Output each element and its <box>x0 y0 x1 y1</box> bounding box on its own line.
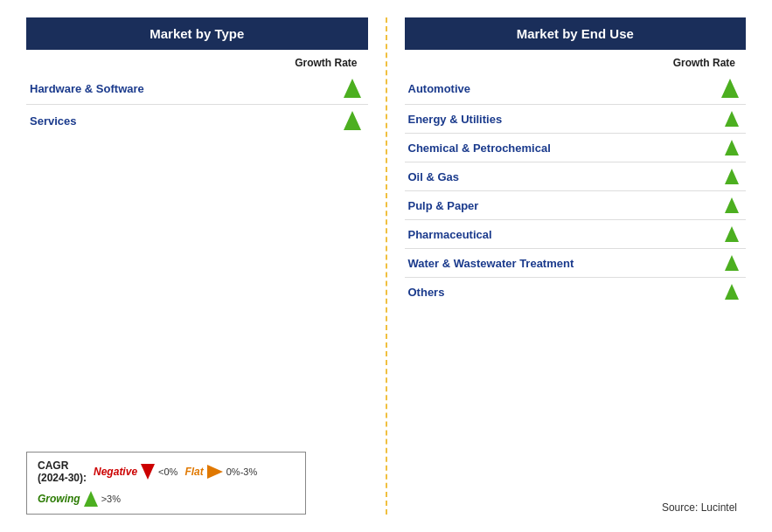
legend-flat-label: Flat <box>184 466 203 478</box>
arrow-up-hardware-icon <box>344 79 361 98</box>
right-item-chemical: Chemical & Petrochemical <box>405 133 747 162</box>
legend-wrapper: CAGR (2024-30): Negative <0% Flat 0%-3% … <box>26 434 368 515</box>
left-panel: Market by Type Growth Rate Hardware & So… <box>17 17 377 515</box>
right-item-label-oilgas: Oil & Gas <box>408 170 460 183</box>
legend-negative-sub: <0% <box>158 466 177 477</box>
right-item-label-pulp: Pulp & Paper <box>408 199 479 212</box>
right-item-automotive: Automotive <box>405 73 747 104</box>
arrow-up-oilgas-icon <box>725 169 739 184</box>
legend-negative-label: Negative <box>94 466 137 478</box>
left-item-label-services: Services <box>30 114 77 128</box>
right-item-label-chemical: Chemical & Petrochemical <box>408 142 551 155</box>
right-item-label-water: Water & Wastewater Treatment <box>408 257 574 270</box>
arrow-up-energy-icon <box>725 111 739 127</box>
arrow-up-chemical-icon <box>725 140 739 155</box>
legend-flat-sub: 0%-3% <box>226 466 257 477</box>
right-item-energy: Energy & Utilities <box>405 104 747 133</box>
arrow-up-automotive-icon <box>721 79 739 98</box>
legend-title-years: (2024-30): <box>38 472 87 484</box>
arrow-up-services-icon <box>344 111 361 130</box>
legend-growing: Growing >3% <box>38 491 121 507</box>
arrow-up-pulp-icon <box>725 197 739 213</box>
left-growth-label: Growth Rate <box>295 57 367 69</box>
arrow-up-others-icon <box>725 284 739 300</box>
source-block: Source: Lucintel <box>405 490 747 515</box>
left-item-hardware: Hardware & Software <box>26 73 368 104</box>
right-header: Market by End Use <box>405 17 747 50</box>
right-item-label-automotive: Automotive <box>408 82 471 95</box>
legend-growing-label: Growing <box>38 493 80 505</box>
legend-title-block: CAGR (2024-30): <box>38 459 87 484</box>
right-growth-label-row: Growth Rate <box>405 57 747 69</box>
arrow-right-orange-icon <box>207 465 223 479</box>
left-item-services: Services <box>26 104 368 136</box>
left-header: Market by Type <box>26 17 368 50</box>
arrow-up-green-legend-icon <box>84 491 98 507</box>
right-item-pharma: Pharmaceutical <box>405 219 747 248</box>
main-container: Market by Type Growth Rate Hardware & So… <box>17 17 755 515</box>
arrow-down-red-icon <box>141 464 155 480</box>
right-item-label-energy: Energy & Utilities <box>408 113 503 126</box>
arrow-up-pharma-icon <box>725 226 739 242</box>
legend-title-cagr: CAGR <box>38 459 68 472</box>
right-item-water: Water & Wastewater Treatment <box>405 248 747 277</box>
right-item-label-others: Others <box>408 286 445 299</box>
right-growth-label: Growth Rate <box>673 57 746 69</box>
right-item-label-pharma: Pharmaceutical <box>408 228 492 241</box>
legend-box: CAGR (2024-30): Negative <0% Flat 0%-3% … <box>26 452 306 515</box>
legend-growing-sub: >3% <box>101 494 121 504</box>
legend-negative: Negative <0% <box>94 464 177 480</box>
arrow-up-water-icon <box>725 255 739 271</box>
vertical-divider <box>386 17 387 515</box>
left-growth-label-row: Growth Rate <box>26 57 368 69</box>
source-text: Source: Lucintel <box>662 501 746 514</box>
legend-flat: Flat 0%-3% <box>184 465 257 479</box>
right-item-pulp: Pulp & Paper <box>405 190 747 219</box>
right-item-others: Others <box>405 277 747 306</box>
right-panel: Market by End Use Growth Rate Automotive… <box>396 17 755 515</box>
right-item-oilgas: Oil & Gas <box>405 162 747 190</box>
left-item-label-hardware: Hardware & Software <box>30 82 144 95</box>
